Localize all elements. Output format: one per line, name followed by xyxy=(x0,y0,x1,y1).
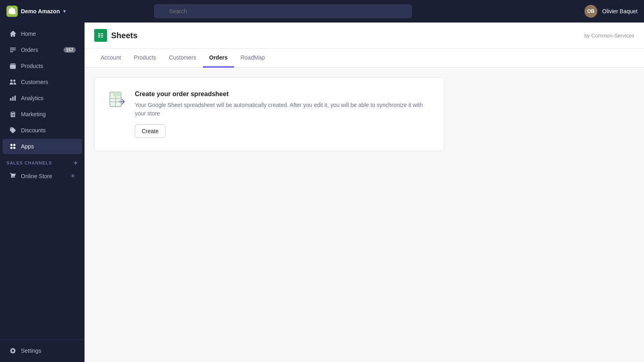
sidebar-item-apps[interactable]: Apps xyxy=(2,139,82,154)
svg-rect-0 xyxy=(97,31,105,39)
search-input[interactable] xyxy=(154,4,412,18)
tabs-bar: Account Products Customers Orders RoadMa… xyxy=(85,49,644,68)
tab-account[interactable]: Account xyxy=(94,49,128,68)
sidebar-item-customers[interactable]: Customers xyxy=(2,74,82,90)
sidebar-item-marketing[interactable]: Marketing xyxy=(2,107,82,122)
orders-badge: 157 xyxy=(64,47,76,53)
main-content: Sheets by Common-Services Account Produc… xyxy=(85,23,644,362)
sidebar-item-home-label: Home xyxy=(21,31,36,37)
brand-chevron: ▾ xyxy=(63,8,66,14)
settings-icon xyxy=(9,347,17,355)
sidebar-item-products[interactable]: Products xyxy=(2,58,82,74)
brand-dropdown[interactable]: Demo Amazon ▾ xyxy=(6,6,66,17)
svg-rect-8 xyxy=(113,92,121,96)
topbar-right: OB Olivier Baquet xyxy=(584,5,638,18)
svg-rect-5 xyxy=(98,37,100,37)
tab-orders[interactable]: Orders xyxy=(203,49,234,68)
sidebar-item-settings[interactable]: Settings xyxy=(2,343,82,358)
sidebar-item-analytics-label: Analytics xyxy=(21,95,43,101)
discounts-icon xyxy=(9,126,17,134)
tab-roadmap[interactable]: RoadMap xyxy=(234,49,271,68)
add-sales-channel-button[interactable]: + xyxy=(74,159,78,167)
orders-icon xyxy=(9,46,17,54)
sidebar-item-home[interactable]: Home xyxy=(2,26,82,41)
sheets-app-icon xyxy=(94,29,107,42)
shopify-logo xyxy=(6,6,18,17)
avatar[interactable]: OB xyxy=(584,5,597,18)
products-icon xyxy=(9,62,17,70)
marketing-icon xyxy=(9,110,17,118)
content-area: Create your order spreadsheet Your Googl… xyxy=(85,68,644,161)
svg-rect-1 xyxy=(98,33,100,34)
sidebar-item-discounts-label: Discounts xyxy=(21,127,45,134)
sidebar-item-products-label: Products xyxy=(21,63,43,69)
sidebar-item-analytics[interactable]: Analytics xyxy=(2,90,82,106)
card-content: Create your order spreadsheet Your Googl… xyxy=(135,90,431,138)
create-button[interactable]: Create xyxy=(135,124,165,138)
svg-rect-2 xyxy=(101,33,103,34)
sidebar-item-orders-label: Orders xyxy=(21,47,38,53)
sidebar-item-online-store[interactable]: Online Store 👁 xyxy=(2,169,82,184)
by-label: by Common-Services xyxy=(584,33,634,39)
brand-name: Demo Amazon xyxy=(21,8,60,14)
online-store-eye-icon[interactable]: 👁 xyxy=(70,173,76,179)
store-icon xyxy=(9,172,17,180)
sales-channels-section: SALES CHANNELS + xyxy=(0,154,85,168)
sidebar-item-online-store-label: Online Store xyxy=(21,173,52,179)
tab-products[interactable]: Products xyxy=(128,49,163,68)
sales-channels-label: SALES CHANNELS xyxy=(6,160,52,165)
page-title-row: Sheets xyxy=(94,29,138,42)
sidebar-item-orders[interactable]: Orders 157 xyxy=(2,42,82,58)
page-header: Sheets by Common-Services xyxy=(85,23,644,49)
card-title: Create your order spreadsheet xyxy=(135,90,431,98)
analytics-icon xyxy=(9,94,17,102)
sidebar-item-apps-label: Apps xyxy=(21,143,34,150)
create-spreadsheet-card: Create your order spreadsheet Your Googl… xyxy=(94,77,444,151)
home-icon xyxy=(9,30,17,38)
page-title: Sheets xyxy=(111,31,138,40)
sidebar-item-settings-label: Settings xyxy=(21,348,41,354)
customers-icon xyxy=(9,78,17,86)
sidebar: Home Orders 157 Products Customers xyxy=(0,23,85,362)
sidebar-item-marketing-label: Marketing xyxy=(21,111,45,117)
card-description: Your Google Sheet spreadsheet will be au… xyxy=(135,101,431,118)
sidebar-item-customers-label: Customers xyxy=(21,79,48,85)
sidebar-item-discounts[interactable]: Discounts xyxy=(2,123,82,138)
spreadsheet-icon xyxy=(107,90,127,110)
user-name: Olivier Baquet xyxy=(602,8,638,14)
svg-rect-3 xyxy=(98,35,100,36)
search-container: 🔍 xyxy=(154,4,412,18)
apps-icon xyxy=(9,142,17,150)
svg-rect-4 xyxy=(101,35,103,36)
tab-customers[interactable]: Customers xyxy=(163,49,203,68)
topbar: Demo Amazon ▾ 🔍 OB Olivier Baquet xyxy=(0,0,644,23)
svg-rect-6 xyxy=(101,37,103,37)
